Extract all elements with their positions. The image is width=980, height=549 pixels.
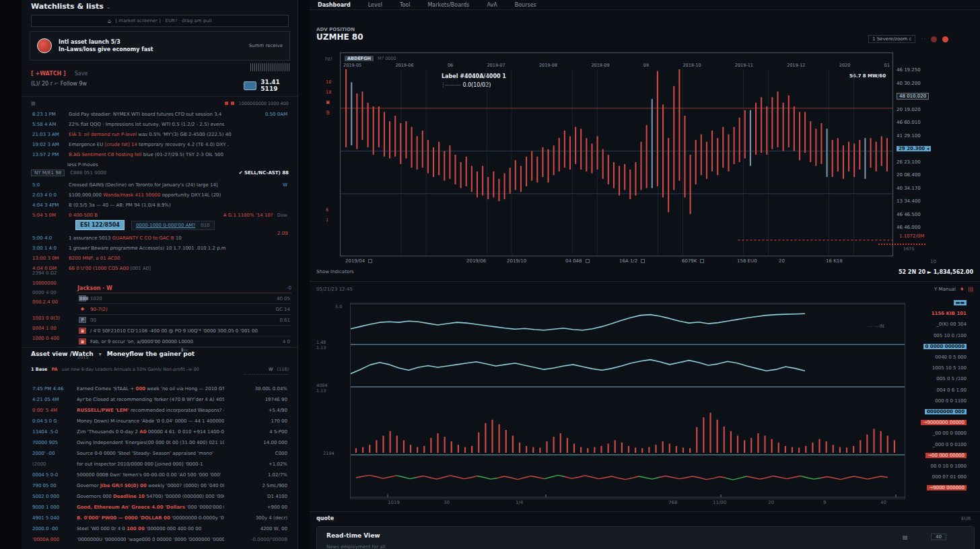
table-row[interactable]: 5002 0 000Governors 000 Deadline 10 5470… bbox=[31, 494, 289, 505]
checkbox-icon[interactable] bbox=[368, 259, 372, 263]
table-row[interactable]: '0000A 000'0000000U '0000000 'wage000 0 … bbox=[31, 537, 289, 548]
list-icon[interactable]: ▤ bbox=[31, 101, 36, 106]
follow-controls[interactable]: (L)/ 20 r ⌐ Follow 9w bbox=[31, 81, 87, 87]
checkbox-icon[interactable] bbox=[700, 259, 704, 263]
table-row[interactable]: 2000.0 -00Steel 'W0 000 0r 4 0 100 00 '0… bbox=[31, 526, 289, 537]
date-range-button[interactable]: 2019/06 bbox=[466, 258, 486, 264]
price-label-blue[interactable]: 29 20.300 ◂ bbox=[897, 146, 931, 151]
alert-row[interactable]: P000.61 bbox=[77, 315, 291, 326]
feed-row[interactable]: 5:0Crossed GAINS (Decline) on Toronto fo… bbox=[31, 182, 289, 192]
table-row[interactable]: 70000 905Owing Independent 'Energies(00 … bbox=[31, 440, 289, 451]
price-chart-canvas[interactable] bbox=[341, 69, 893, 255]
buy-filter-toggle[interactable]: ✔ SELL/NC-AST) 88 bbox=[239, 170, 289, 176]
alerts-header[interactable]: Jackson · W bbox=[77, 285, 112, 291]
alert-row[interactable]: ◆90-7(2)GC 14 bbox=[77, 304, 291, 315]
table-row[interactable]: 0004 5 0-0500000 000B 0wn' Yemen's 00-00… bbox=[31, 472, 289, 483]
axis-chip-red[interactable]: →9000000 00000 bbox=[921, 420, 967, 425]
feed-row[interactable]: 13:00 3 0MB200 MNP, a 01 AC00 bbox=[31, 256, 289, 266]
feed-row[interactable]: 2:03 4 0:0$100,000,000 Wanda/mask 411 50… bbox=[31, 192, 289, 203]
table-row[interactable]: 13404 .5-0Zim 'Thousands 0 0-day 2 A0 00… bbox=[31, 429, 289, 440]
axis-chip-red[interactable]: →00 000 00000 bbox=[925, 453, 967, 458]
colhead-pa[interactable]: PA bbox=[51, 367, 57, 372]
flag-badge-icon[interactable] bbox=[244, 81, 256, 90]
date-range-button[interactable]: 158 EU0 bbox=[737, 258, 757, 264]
menu-item-level[interactable]: Level bbox=[368, 2, 382, 8]
gutter-glyph[interactable]: ▣ bbox=[326, 100, 330, 105]
feed-row[interactable]: 5:00 4:01 assurance 5013 GUARANTY C CO t… bbox=[31, 235, 289, 246]
news-row[interactable]: 6:23 1 PMGold Pay steadier: NYMEX WTI bo… bbox=[31, 112, 289, 122]
feed-row[interactable]: 4:04 3 4PMB (0.5/5 3a — 40 — AB: PM 94 (… bbox=[31, 203, 289, 213]
date-range-button[interactable]: 16 K18 bbox=[826, 258, 843, 264]
table-row[interactable]: 4:21 05 4MAyr'be Closed at recommending … bbox=[31, 397, 289, 408]
axis-chip-blue[interactable]: ▬▬ bbox=[954, 300, 967, 305]
news-row[interactable]: 5:58 4 AM22% flat QQQ · Impressions lot … bbox=[31, 122, 289, 132]
axis-label[interactable]: 1156 KIB 101 bbox=[932, 311, 967, 316]
table-row[interactable]: 0:04 5 0 GMoney Down) M-insurance 'Abde … bbox=[31, 418, 289, 429]
indicator-chart[interactable]: --- ---IN 1019301/476811/0020940 bbox=[350, 303, 905, 499]
record-icon[interactable] bbox=[931, 36, 937, 42]
gutter-glyph[interactable]: 告 bbox=[326, 110, 330, 116]
colhead-columns[interactable]: use new 6-day Leaders Annuals a 50% Gain… bbox=[62, 367, 265, 372]
gutter-glyph[interactable]: 1 bbox=[326, 217, 328, 223]
date-range-button[interactable]: 2019/10 bbox=[507, 258, 526, 264]
date-range-button[interactable]: 16A 1/2 bbox=[619, 258, 645, 264]
table-subtitle[interactable]: Moneyflow the gainer pot bbox=[107, 351, 195, 357]
box-icon[interactable]: P bbox=[79, 317, 86, 323]
show-indicators-button[interactable]: Show Indicators bbox=[316, 269, 354, 275]
alert-icon[interactable]: ▣ bbox=[79, 328, 86, 334]
date-axis-bottom[interactable]: 2019/042019/062019/1004 04816A 1/26079K1… bbox=[340, 258, 912, 266]
chart-tab-chip[interactable]: ABDEFGH bbox=[345, 56, 374, 61]
date-range-button[interactable]: 20 bbox=[779, 258, 785, 264]
gutter-glyph[interactable]: 18 bbox=[326, 89, 331, 95]
tooltip-link[interactable]: 0000-1000 0-000'00 AM? bbox=[136, 223, 195, 228]
news-row[interactable]: 21:03 3 AMEIA 3: oil demand run P-level … bbox=[31, 132, 289, 142]
record-icon-active[interactable] bbox=[942, 36, 948, 42]
alert-icon[interactable]: ▣ bbox=[79, 338, 86, 344]
price-chart[interactable]: ABDEFGH M? 0000 2019-052019-06062019-072… bbox=[340, 52, 893, 256]
news-row[interactable]: 19:02 3 AMEmergence EU [crude fat] 14 te… bbox=[31, 142, 289, 152]
search-input[interactable]: ⌂ [ market screener ] · EUR? · drag am p… bbox=[31, 15, 289, 27]
alert-row[interactable]: ▣Fab, or 9 occur 'on, a/0000'00 00000 L0… bbox=[77, 336, 291, 347]
save-button[interactable]: Save bbox=[75, 71, 88, 77]
date-range-button[interactable]: 04 048 bbox=[565, 258, 590, 264]
axis-chip-blue[interactable]: 0 0000 000000 bbox=[923, 344, 967, 349]
chevron-down-icon[interactable]: ⌄ bbox=[106, 4, 111, 10]
manual-mode-button[interactable]: Y Manual bbox=[934, 287, 956, 292]
feed-row[interactable]: 3:00 1 4:01 grower Beware programme Acce… bbox=[31, 246, 289, 256]
gutter-glyph[interactable]: 10 bbox=[326, 79, 331, 85]
table-row[interactable]: 2000' -00Source 0-0 0000 'Steel 'Steady-… bbox=[31, 451, 289, 462]
add-watch-button[interactable]: [ +WATCH ] bbox=[31, 71, 66, 77]
menu-item-tool[interactable]: Tool bbox=[400, 2, 411, 8]
table-row[interactable]: 0:00' 5 4MRUSSELL/PWE 'LEM' recommended … bbox=[31, 408, 289, 418]
selected-symbol-chip[interactable]: ESI 122/8504 bbox=[75, 220, 125, 230]
realtime-panel[interactable]: Read-time View News employment for all ▤… bbox=[316, 526, 975, 549]
menu-item-ava[interactable]: AvA bbox=[487, 2, 497, 8]
table-row[interactable]: 7:45 PM 4:46Earned Comex 'STAAL + 000 we… bbox=[31, 386, 289, 397]
table-row[interactable]: (2000for out inspector 2010/0000 000 [jo… bbox=[31, 462, 289, 472]
checkbox-icon[interactable] bbox=[641, 259, 645, 263]
menu-item-markets-boards[interactable]: Markets/Boards bbox=[427, 2, 469, 8]
indicator-chart-canvas[interactable] bbox=[351, 303, 905, 499]
date-range-button[interactable]: 2019/04 bbox=[345, 258, 372, 264]
date-range-button[interactable]: 6079K bbox=[682, 258, 704, 264]
selected-row[interactable]: ESI 122/8504 0000-1000 0-000'00 AM? 010 bbox=[75, 220, 215, 230]
zoom-mode-button[interactable]: 1 Severe/zoom c bbox=[868, 35, 915, 43]
chevron-down-icon[interactable]: ▾ bbox=[99, 351, 102, 357]
bars-icon[interactable]: ||| bbox=[968, 287, 973, 292]
table-row[interactable]: 4901 5 040B. 0'000' PW00 — 0000 'DOLLAR … bbox=[31, 515, 289, 526]
alert-drop-icon[interactable]: ♦ bbox=[960, 287, 964, 292]
featured-card[interactable]: Intl asset launch 5/3 In-Laws/loss give … bbox=[30, 31, 290, 61]
feed-row[interactable]: 4:04 0 DM66 0 U'00 (1000 CD5 A00 [001 A0… bbox=[31, 266, 289, 276]
table-row[interactable]: 790 05 00Governor Jibe GR/I 50(0) 00 wee… bbox=[31, 483, 289, 494]
menu-item-dashboard[interactable]: Dashboard bbox=[318, 2, 351, 8]
alert-row[interactable]: 888102040 05 bbox=[77, 293, 291, 304]
checkbox-icon[interactable] bbox=[586, 259, 590, 263]
price-axis[interactable]: 46 19.25040 30.20048 010.02020 19.02046 … bbox=[897, 67, 949, 242]
menu-item-bourses[interactable]: Bourses bbox=[515, 2, 536, 8]
colhead-w[interactable]: W bbox=[269, 367, 273, 372]
diamond-icon[interactable]: ◆ bbox=[79, 306, 86, 312]
box-icon[interactable]: 888 bbox=[79, 295, 86, 301]
feed-icon[interactable]: ▤ bbox=[903, 534, 908, 540]
price-label-box[interactable]: 48 010.020 bbox=[897, 94, 929, 99]
colhead-base[interactable]: 1 Base bbox=[31, 367, 47, 372]
